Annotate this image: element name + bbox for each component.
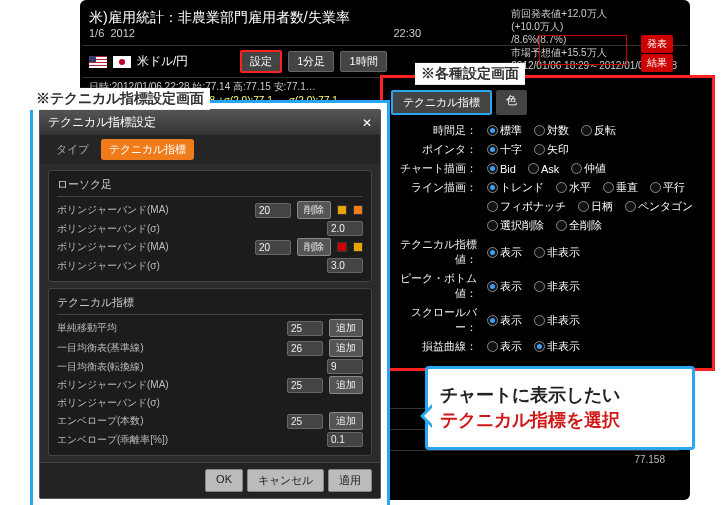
red-highlight — [539, 35, 627, 65]
tab-technical-indicators[interactable]: テクニカル指標 — [391, 90, 492, 115]
right-panel-label: ※各種設定画面 — [415, 63, 525, 85]
r1-3-v[interactable]: 3.0 — [327, 258, 363, 273]
r2-5-v[interactable]: 25 — [287, 414, 323, 429]
r1-0-v[interactable]: 20 — [255, 203, 291, 218]
r2-0-v[interactable]: 25 — [287, 321, 323, 336]
radio-option[interactable]: 対数 — [534, 123, 569, 138]
radio-label: 全削除 — [569, 218, 602, 233]
radio-option[interactable]: 仲値 — [571, 161, 606, 176]
r2-6-v[interactable]: 0.1 — [327, 432, 363, 447]
radio-icon — [581, 125, 592, 136]
radio-icon — [487, 144, 498, 155]
radio-label: 水平 — [569, 180, 591, 195]
color-swatch-icon[interactable] — [353, 205, 363, 215]
radio-label: 表示 — [500, 245, 522, 260]
radio-option[interactable]: Ask — [528, 163, 559, 175]
radio-icon — [487, 182, 498, 193]
radio-option[interactable]: 矢印 — [534, 142, 569, 157]
dialog-title: テクニカル指標設定 — [48, 114, 156, 131]
radio-label: Ask — [541, 163, 559, 175]
radio-option[interactable]: ペンタゴン — [625, 199, 693, 214]
radio-option[interactable]: 平行 — [650, 180, 685, 195]
setting-label: ポインタ： — [391, 142, 481, 157]
radio-label: トレンド — [500, 180, 544, 195]
radio-option[interactable]: トレンド — [487, 180, 544, 195]
setting-label: スクロールバー： — [391, 305, 481, 335]
tab-color[interactable]: 色 — [496, 90, 527, 115]
radio-option[interactable]: 全削除 — [556, 218, 602, 233]
setting-label: テクニカル指標値： — [391, 237, 481, 267]
r1-2-n: ボリンジャーバンド(MA) — [57, 240, 249, 254]
radio-option[interactable]: フィボナッチ — [487, 199, 566, 214]
radio-label: 非表示 — [547, 279, 580, 294]
radio-option[interactable]: 選択削除 — [487, 218, 544, 233]
tab-type[interactable]: タイプ — [48, 139, 97, 160]
timeframe-1hour-button[interactable]: 1時間 — [340, 51, 386, 72]
prev-line1: 前回発表値+12.0万人 — [511, 7, 677, 20]
ok-button[interactable]: OK — [205, 469, 243, 492]
r2-3-v[interactable]: 25 — [287, 378, 323, 393]
color-swatch-icon[interactable] — [353, 242, 363, 252]
radio-option[interactable]: 非表示 — [534, 279, 580, 294]
result-button[interactable]: 結果 — [641, 54, 673, 72]
close-icon[interactable]: ✕ — [362, 116, 372, 130]
radio-label: 表示 — [500, 339, 522, 354]
cancel-button[interactable]: キャンセル — [247, 469, 324, 492]
r1-1-v[interactable]: 2.0 — [327, 221, 363, 236]
radio-label: 垂直 — [616, 180, 638, 195]
r1-2-v[interactable]: 20 — [255, 240, 291, 255]
radio-option[interactable]: 表示 — [487, 245, 522, 260]
currency-pair[interactable]: 米ドル/円 — [137, 53, 188, 70]
radio-option[interactable]: 標準 — [487, 123, 522, 138]
r2-3-b[interactable]: 追加 — [329, 376, 363, 394]
r2-5-b[interactable]: 追加 — [329, 412, 363, 430]
timeframe-1min-button[interactable]: 1分足 — [288, 51, 334, 72]
color-swatch-icon[interactable] — [337, 205, 347, 215]
radio-option[interactable]: 十字 — [487, 142, 522, 157]
radio-option[interactable]: 日柄 — [578, 199, 613, 214]
r1-3-n: ボリンジャーバンド(σ) — [57, 259, 321, 273]
r2-1-b[interactable]: 追加 — [329, 339, 363, 357]
r1-0-b[interactable]: 削除 — [297, 201, 331, 219]
radio-option[interactable]: 非表示 — [534, 313, 580, 328]
radio-icon — [487, 163, 498, 174]
setting-label: チャート描画： — [391, 161, 481, 176]
radio-label: Bid — [500, 163, 516, 175]
technical-settings-dialog: テクニカル指標設定 ✕ タイプ テクニカル指標 ローソク足 ボリンジャーバンド(… — [30, 100, 390, 505]
radio-option[interactable]: 非表示 — [534, 245, 580, 260]
color-swatch-icon[interactable] — [337, 242, 347, 252]
callout-line2: テクニカル指標を選択 — [440, 408, 680, 433]
r2-0-b[interactable]: 追加 — [329, 319, 363, 337]
radio-icon — [534, 144, 545, 155]
radio-option[interactable]: 表示 — [487, 313, 522, 328]
flag-jp-icon — [113, 56, 131, 68]
radio-icon — [487, 341, 498, 352]
r2-3-n: ボリンジャーバンド(MA) — [57, 378, 281, 392]
setting-label: ライン描画： — [391, 180, 481, 195]
radio-option[interactable]: 水平 — [556, 180, 591, 195]
r2-0-n: 単純移動平均 — [57, 321, 281, 335]
radio-icon — [556, 182, 567, 193]
announce-button[interactable]: 発表 — [641, 35, 673, 53]
radio-option[interactable]: 反転 — [581, 123, 616, 138]
apply-button[interactable]: 適用 — [328, 469, 372, 492]
r2-2-v[interactable]: 9 — [327, 359, 363, 374]
radio-label: 十字 — [500, 142, 522, 157]
r2-1-n: 一目均衡表(基準線) — [57, 341, 281, 355]
radio-option[interactable]: 非表示 — [534, 339, 580, 354]
section-candle: ローソク足 — [57, 177, 363, 197]
radio-icon — [534, 247, 545, 258]
radio-label: ペンタゴン — [638, 199, 693, 214]
r2-6-n: エンベロープ(乖離率[%]) — [57, 433, 321, 447]
r1-2-b[interactable]: 削除 — [297, 238, 331, 256]
settings-button[interactable]: 設定 — [240, 50, 282, 73]
radio-option[interactable]: 垂直 — [603, 180, 638, 195]
radio-icon — [571, 163, 582, 174]
r1-0-n: ボリンジャーバンド(MA) — [57, 203, 249, 217]
radio-option[interactable]: 表示 — [487, 279, 522, 294]
radio-option[interactable]: Bid — [487, 163, 516, 175]
tab-technical[interactable]: テクニカル指標 — [101, 139, 194, 160]
r2-1-v[interactable]: 26 — [287, 341, 323, 356]
setting-label: 時間足： — [391, 123, 481, 138]
radio-option[interactable]: 表示 — [487, 339, 522, 354]
